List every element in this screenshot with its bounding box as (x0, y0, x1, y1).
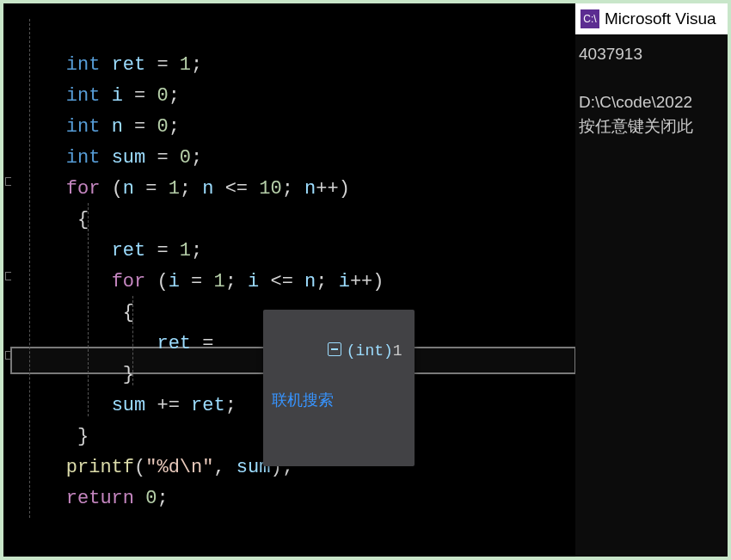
console-line: 按任意键关闭此 (579, 117, 693, 135)
tooltip-value: 1 (393, 342, 402, 360)
code-line: } (21, 426, 89, 447)
console-line: 4037913 (579, 45, 642, 63)
code-line: } (21, 364, 134, 385)
code-content: int ret = 1; int i = 0; int n = 0; int s… (21, 19, 384, 545)
debug-tooltip: (int)1 联机搜索 (263, 310, 415, 466)
console-line: D:\C\code\2022 (579, 93, 692, 111)
code-line: { (21, 209, 89, 231)
code-line: { (21, 302, 134, 323)
code-line: int i = 0; (21, 85, 180, 107)
code-line: printf("%d\n", sum); (21, 457, 293, 478)
console-title-text: Microsoft Visua (605, 9, 716, 28)
fold-marker[interactable] (5, 177, 11, 186)
code-line: int ret = 1; (21, 54, 202, 76)
console-output: 4037913 D:\C\code\2022 按任意键关闭此 (579, 42, 693, 138)
code-editor[interactable]: int ret = 1; int i = 0; int n = 0; int s… (3, 3, 575, 557)
tooltip-type: (int) (347, 342, 393, 360)
code-line: for (i = 1; i <= n; i++) (21, 271, 384, 292)
code-line: return 0; (21, 488, 169, 509)
indent-guide (132, 296, 133, 385)
indent-guide (29, 19, 30, 518)
code-line: sum += ret; (21, 395, 236, 416)
window-frame: int ret = 1; int i = 0; int n = 0; int s… (3, 3, 728, 557)
online-search-link[interactable]: 联机搜索 (272, 389, 402, 413)
fold-marker[interactable] (5, 272, 11, 280)
console-window[interactable]: C:\Microsoft Visua 4037913 D:\C\code\202… (575, 3, 728, 557)
console-titlebar[interactable]: C:\Microsoft Visua (575, 3, 728, 34)
code-line: ret = ; (21, 333, 304, 354)
indent-guide (88, 203, 89, 416)
code-line: int sum = 0; (21, 147, 202, 169)
struct-icon (328, 342, 341, 356)
vs-icon: C:\ (580, 9, 599, 28)
code-line: for (n = 1; n <= 10; n++) (21, 178, 350, 200)
code-line: ret = 1; (21, 240, 202, 262)
code-line: int n = 0; (21, 116, 180, 138)
